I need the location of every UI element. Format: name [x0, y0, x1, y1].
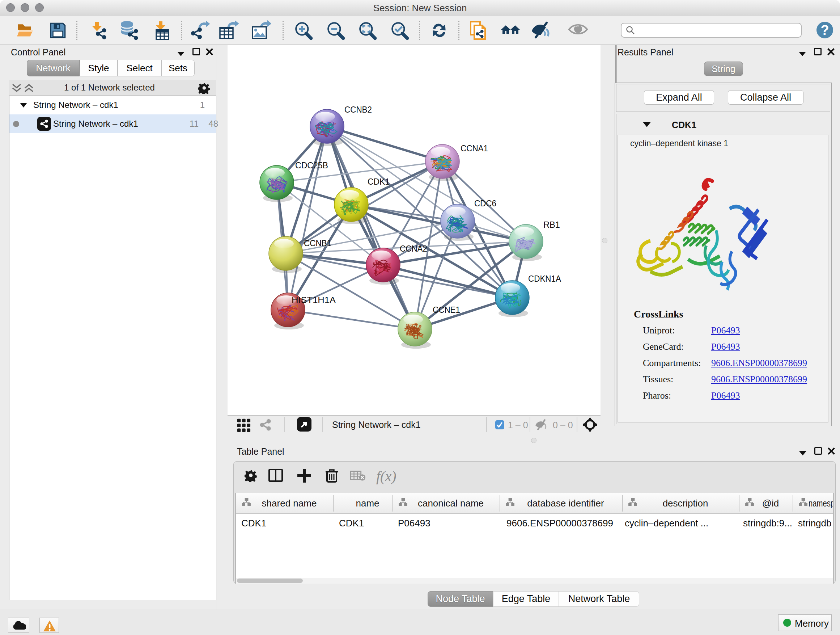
svg-text:CDC6: CDC6 — [474, 198, 496, 208]
svg-text:RB1: RB1 — [543, 220, 560, 230]
svg-text:CCNB2: CCNB2 — [344, 105, 372, 114]
svg-text:CDKN1A: CDKN1A — [528, 274, 561, 283]
svg-text:HIST1H1A: HIST1H1A — [292, 295, 336, 305]
svg-text:CCNA1: CCNA1 — [461, 143, 488, 153]
svg-text:CDC25B: CDC25B — [295, 160, 328, 170]
svg-text:CCNE1: CCNE1 — [433, 305, 460, 315]
svg-text:CCNA2: CCNA2 — [400, 244, 427, 253]
svg-text:CCNB1: CCNB1 — [304, 238, 332, 248]
svg-text:CDK1: CDK1 — [368, 177, 390, 187]
